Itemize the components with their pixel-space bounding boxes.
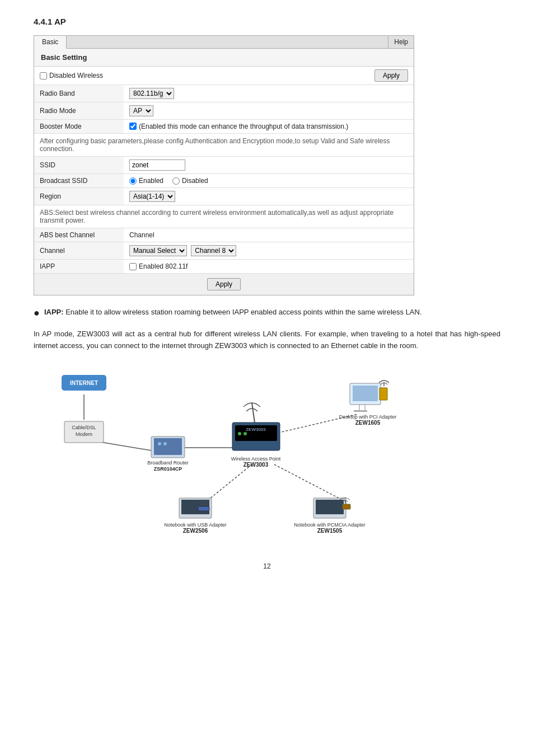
iapp-value: Enabled 802.11f <box>124 260 414 274</box>
booster-mode-row: Booster Mode (Enabled this mode can enha… <box>34 120 414 134</box>
svg-text:INTERNET: INTERNET <box>70 380 98 386</box>
bullet-icon: ● <box>34 307 40 320</box>
svg-line-5 <box>274 464 339 498</box>
apply-bottom-button[interactable]: Apply <box>207 278 241 290</box>
svg-text:Modem: Modem <box>76 431 92 437</box>
svg-point-13 <box>158 442 161 445</box>
booster-mode-label: Booster Mode <box>34 120 124 134</box>
iapp-label: IAPP <box>34 260 124 274</box>
svg-rect-41 <box>343 504 350 509</box>
svg-point-14 <box>163 442 167 445</box>
radio-band-value: 802.11b/g <box>124 85 414 102</box>
info-text-row: After configuring basic parameters,pleas… <box>34 134 414 157</box>
disabled-wireless-label: Disabled Wireless <box>49 72 103 79</box>
help-button[interactable]: Help <box>388 36 414 48</box>
iapp-checkbox[interactable] <box>129 263 137 270</box>
svg-text:Cable/DSL: Cable/DSL <box>72 425 96 430</box>
iapp-bullet-section: ● IAPP: Enable it to allow wireless stat… <box>34 307 500 320</box>
channel-value: Manual Select Channel 8 <box>124 242 414 260</box>
svg-text:Notebook with PCMCIA Adapter: Notebook with PCMCIA Adapter <box>294 522 366 528</box>
radio-mode-select[interactable]: AP <box>129 105 153 116</box>
region-row: Region Asia(1-14) <box>34 188 414 205</box>
booster-mode-checkbox[interactable] <box>129 123 137 130</box>
broadcast-disabled-radio[interactable] <box>172 177 180 185</box>
svg-rect-12 <box>154 438 182 455</box>
broadcast-ssid-row: Broadcast SSID Enabled Disabled <box>34 174 414 188</box>
info-text: After configuring basic parameters,pleas… <box>34 134 414 157</box>
svg-rect-40 <box>316 500 344 514</box>
abs-channel-label: ABS best Channel <box>34 228 124 242</box>
svg-line-4 <box>207 464 252 501</box>
apply-bottom-container: Apply <box>34 273 414 295</box>
svg-text:ZEW2506: ZEW2506 <box>183 528 208 534</box>
ap-mode-paragraph: In AP mode, ZEW3003 will act as a centra… <box>34 328 500 352</box>
ssid-row: SSID <box>34 157 414 174</box>
tab-basic[interactable]: Basic <box>34 36 67 49</box>
broadcast-enabled-radio[interactable] <box>129 177 137 185</box>
svg-rect-29 <box>354 410 367 412</box>
svg-text:Notebook with USB Adapter: Notebook with USB Adapter <box>164 522 227 528</box>
radio-band-row: Radio Band 802.11b/g <box>34 85 414 102</box>
section-title: Basic Setting <box>34 49 414 67</box>
disabled-wireless-checkbox[interactable] <box>40 72 47 79</box>
apply-top-button[interactable]: Apply <box>374 69 408 82</box>
svg-rect-36 <box>198 506 209 511</box>
ssid-value <box>124 157 414 174</box>
svg-text:Desktop with PCI Adapter: Desktop with PCI Adapter <box>339 414 397 420</box>
abs-text: ABS:Select best wireless channel accordi… <box>34 205 414 228</box>
svg-line-17 <box>252 403 255 422</box>
panel-tabs: Basic Help <box>34 36 414 49</box>
channel-manual-select[interactable]: Manual Select <box>129 245 187 256</box>
radio-band-label: Radio Band <box>34 85 124 102</box>
broadcast-ssid-label: Broadcast SSID <box>34 174 124 188</box>
channel-number-select[interactable]: Channel 8 <box>191 245 236 256</box>
region-value: Asia(1-14) <box>124 188 414 205</box>
disabled-wireless-row: Disabled Wireless Apply <box>34 67 414 85</box>
region-label: Region <box>34 188 124 205</box>
abs-text-row: ABS:Select best wireless channel accordi… <box>34 205 414 228</box>
page-title: 4.4.1 AP <box>34 17 500 26</box>
region-select[interactable]: Asia(1-14) <box>129 191 175 202</box>
svg-text:ZSR0104CP: ZSR0104CP <box>154 466 182 472</box>
channel-label: Channel <box>34 242 124 260</box>
radio-mode-label: Radio Mode <box>34 102 124 120</box>
diagram-svg: INTERNET Cable/DSL Modem Broadband Route… <box>34 361 437 551</box>
svg-text:ZEW3003: ZEW3003 <box>243 462 269 468</box>
disabled-wireless-cell: Disabled Wireless Apply <box>34 67 414 85</box>
svg-text:ZEW3003: ZEW3003 <box>246 427 266 432</box>
ssid-label: SSID <box>34 157 124 174</box>
abs-channel-row: ABS best Channel Channel <box>34 228 414 242</box>
radio-band-select[interactable]: 802.11b/g <box>129 88 174 99</box>
svg-point-21 <box>238 432 241 435</box>
svg-point-22 <box>243 432 247 435</box>
svg-rect-26 <box>353 386 378 401</box>
radio-mode-value: AP <box>124 102 414 120</box>
bullet-description: Enable it to allow wireless station roam… <box>65 308 421 316</box>
booster-mode-text: (Enabled this mode can enhance the throu… <box>139 123 348 130</box>
radio-mode-row: Radio Mode AP <box>34 102 414 120</box>
abs-channel-value: Channel <box>124 228 414 242</box>
settings-panel: Basic Help Basic Setting Disabled Wirele… <box>34 35 414 295</box>
svg-text:ZEW1505: ZEW1505 <box>317 528 343 534</box>
svg-text:Wireless Access Point: Wireless Access Point <box>231 456 281 462</box>
iapp-text: Enabled 802.11f <box>139 262 188 270</box>
ssid-input[interactable] <box>129 159 185 171</box>
svg-text:Broadband Router: Broadband Router <box>147 460 189 466</box>
broadcast-ssid-value: Enabled Disabled <box>124 174 414 188</box>
network-diagram: INTERNET Cable/DSL Modem Broadband Route… <box>34 361 437 551</box>
bullet-term: IAPP: <box>44 308 64 316</box>
broadcast-disabled-label: Disabled <box>182 177 208 185</box>
iapp-row: IAPP Enabled 802.11f <box>34 260 414 274</box>
channel-row: Channel Manual Select Channel 8 <box>34 242 414 260</box>
svg-rect-30 <box>380 388 387 400</box>
settings-table: Disabled Wireless Apply Radio Band 802.1… <box>34 67 414 273</box>
page-number: 12 <box>34 562 500 570</box>
svg-text:ZEW1605: ZEW1605 <box>355 420 381 426</box>
broadcast-enabled-label: Enabled <box>139 177 163 185</box>
panel-body: Disabled Wireless Apply Radio Band 802.1… <box>34 67 414 295</box>
bullet-content: IAPP: Enable it to allow wireless statio… <box>44 307 422 318</box>
booster-mode-value: (Enabled this mode can enhance the throu… <box>124 120 414 134</box>
